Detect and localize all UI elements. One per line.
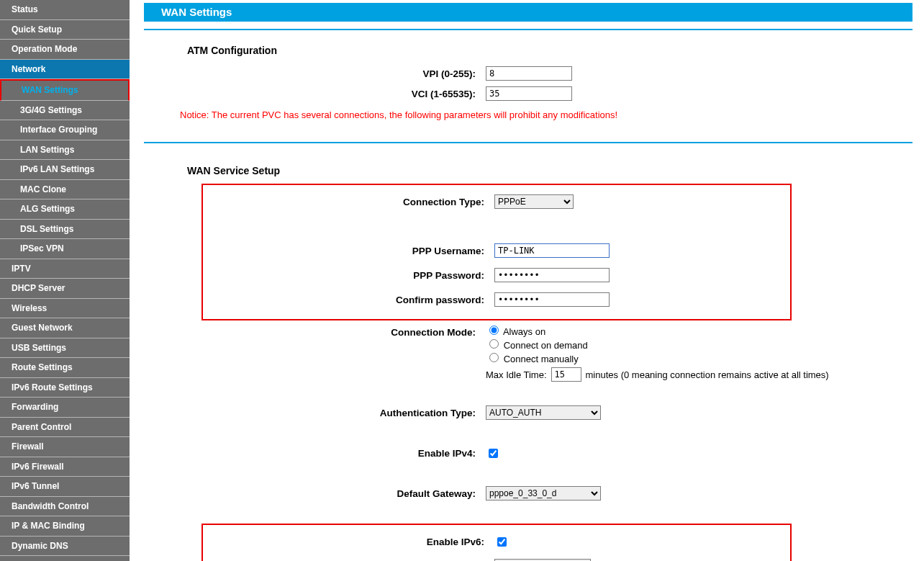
vpi-label: VPI (0-255): <box>201 63 483 84</box>
defgw-select[interactable]: pppoe_0_33_0_d <box>486 486 601 501</box>
sidebar-item-dhcp-server[interactable]: DHCP Server <box>0 279 130 299</box>
sidebar-item-route-settings[interactable]: Route Settings <box>0 358 130 378</box>
mode-demand-wrap[interactable]: Connect on demand <box>486 340 588 351</box>
sidebar-item-parent-control[interactable]: Parent Control <box>0 418 130 438</box>
sidebar-item-wireless[interactable]: Wireless <box>0 299 130 319</box>
pvc-notice: Notice: The current PVC has several conn… <box>180 109 912 120</box>
ppp-conf-input[interactable] <box>494 292 610 307</box>
mode-demand-radio[interactable] <box>489 339 499 349</box>
conn-mode-label: Connection Mode: <box>201 323 483 382</box>
vci-label: VCI (1-65535): <box>201 84 483 104</box>
auth-select[interactable]: AUTO_AUTH <box>486 405 601 420</box>
content-area: WAN Settings ATM Configuration VPI (0-25… <box>130 0 924 561</box>
sidebar-item-ipv6-tunnel[interactable]: IPv6 Tunnel <box>0 477 130 497</box>
sidebar-item-alg-settings[interactable]: ALG Settings <box>0 199 130 220</box>
sidebar: StatusQuick SetupOperation ModeNetworkWA… <box>0 0 130 561</box>
sidebar-item-diagnostic[interactable]: Diagnostic <box>0 556 130 561</box>
ppp-pass-input[interactable] <box>494 268 610 282</box>
sidebar-item-wan-settings[interactable]: WAN Settings <box>0 79 130 101</box>
sidebar-item-operation-mode[interactable]: Operation Mode <box>0 40 130 60</box>
wan-form: Connection Type: PPPoE PPP Username: PPP… <box>201 184 830 561</box>
vpi-input[interactable] <box>486 66 572 81</box>
mode-demand-label: Connect on demand <box>504 340 588 351</box>
ipv6-label: Enable IPv6: <box>210 529 492 554</box>
atm-form: VPI (0-255): VCI (1-65535): <box>201 63 774 104</box>
mode-always-radio[interactable] <box>489 326 499 335</box>
sidebar-item-network[interactable]: Network <box>0 60 130 80</box>
ppp-pass-label: PPP Password: <box>210 263 492 287</box>
sidebar-item-ipv6-lan-settings[interactable]: IPv6 LAN Settings <box>0 160 130 180</box>
divider <box>144 142 912 143</box>
sidebar-item-firewall[interactable]: Firewall <box>0 437 130 457</box>
sidebar-item-dynamic-dns[interactable]: Dynamic DNS <box>0 537 130 557</box>
sidebar-item-interface-grouping[interactable]: Interface Grouping <box>0 120 130 140</box>
ipv6-checkbox[interactable] <box>497 537 507 547</box>
sidebar-item-mac-clone[interactable]: MAC Clone <box>0 180 130 200</box>
ipv4-label: Enable IPv4: <box>201 443 483 463</box>
sidebar-item-usb-settings[interactable]: USB Settings <box>0 338 130 359</box>
idle-prefix: Max Idle Time: <box>486 369 547 380</box>
sidebar-item-3g-4g-settings[interactable]: 3G/4G Settings <box>0 101 130 121</box>
mode-always-wrap[interactable]: Always on <box>486 326 545 337</box>
ppp-user-label: PPP Username: <box>210 238 492 263</box>
vci-input[interactable] <box>486 86 572 101</box>
defgw-label: Default Gateway: <box>201 483 483 503</box>
mode-manual-wrap[interactable]: Connect manually <box>486 354 579 364</box>
sidebar-item-dsl-settings[interactable]: DSL Settings <box>0 220 130 240</box>
conn-type-select[interactable]: PPPoE <box>494 194 574 209</box>
divider <box>144 29 912 30</box>
sidebar-item-ip-mac-binding[interactable]: IP & MAC Binding <box>0 516 130 537</box>
mode-manual-radio[interactable] <box>489 353 499 362</box>
sidebar-item-bandwidth-control[interactable]: Bandwidth Control <box>0 497 130 517</box>
page-title: WAN Settings <box>144 3 912 22</box>
addr-label: Addressing Type: <box>210 554 492 561</box>
sidebar-item-status[interactable]: Status <box>0 0 130 20</box>
atm-section-title: ATM Configuration <box>187 45 912 56</box>
ipv4-checkbox[interactable] <box>489 449 498 458</box>
sidebar-item-lan-settings[interactable]: LAN Settings <box>0 140 130 161</box>
sidebar-item-forwarding[interactable]: Forwarding <box>0 398 130 418</box>
wan-section-title: WAN Service Setup <box>187 165 912 176</box>
ppp-credentials-box: Connection Type: PPPoE PPP Username: PPP… <box>201 184 792 320</box>
auth-label: Authentication Type: <box>201 403 483 423</box>
idle-input[interactable] <box>551 367 581 382</box>
mode-manual-label: Connect manually <box>504 354 579 364</box>
sidebar-item-quick-setup[interactable]: Quick Setup <box>0 20 130 40</box>
ppp-user-input[interactable] <box>494 243 610 258</box>
ipv6-box: Enable IPv6: Addressing Type: DHCPv6 <box>201 524 792 561</box>
conn-type-label: Connection Type: <box>210 189 492 214</box>
idle-suffix: minutes (0 meaning connection remains ac… <box>586 369 829 380</box>
sidebar-item-ipsec-vpn[interactable]: IPSec VPN <box>0 239 130 259</box>
mode-always-label: Always on <box>503 326 545 337</box>
sidebar-item-ipv6-route-settings[interactable]: IPv6 Route Settings <box>0 378 130 398</box>
ppp-conf-label: Confirm password: <box>210 287 492 312</box>
sidebar-item-iptv[interactable]: IPTV <box>0 259 130 279</box>
sidebar-item-guest-network[interactable]: Guest Network <box>0 318 130 338</box>
sidebar-item-ipv6-firewall[interactable]: IPv6 Firewall <box>0 457 130 477</box>
